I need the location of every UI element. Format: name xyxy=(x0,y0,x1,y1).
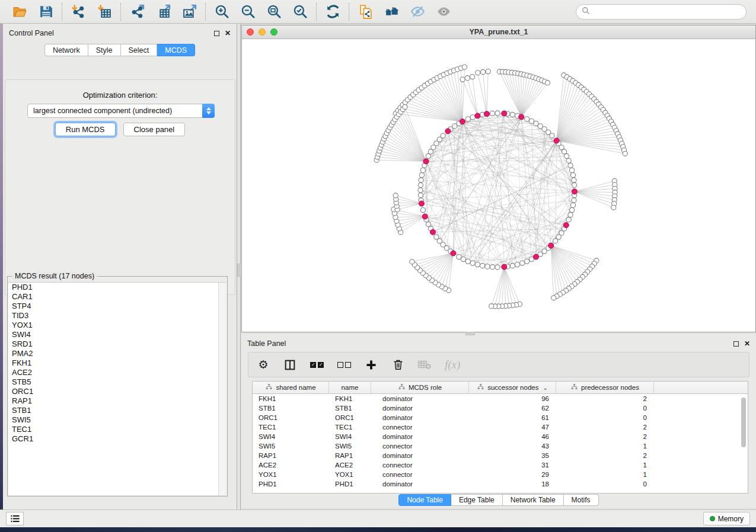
table-row[interactable]: YOX1YOX1connector291 xyxy=(253,470,748,479)
column-header-successor-nodes[interactable]: successor nodes⌄ xyxy=(469,382,556,393)
table-row[interactable]: ORC1ORC1dominator610 xyxy=(253,413,748,422)
zoom-out-icon[interactable] xyxy=(240,4,256,20)
maximize-window-icon[interactable] xyxy=(270,28,277,36)
column-header-predecessor-nodes[interactable]: predecessor nodes xyxy=(556,382,654,393)
splitter-grip[interactable] xyxy=(237,264,241,277)
mcds-result-item[interactable]: SRD1 xyxy=(8,339,227,349)
zoom-selected-icon[interactable] xyxy=(292,4,308,20)
memory-button[interactable]: Memory xyxy=(703,512,750,525)
mcds-result-item[interactable]: SWI5 xyxy=(8,415,227,425)
network-graph[interactable] xyxy=(242,39,755,332)
show-log-button[interactable] xyxy=(6,512,24,525)
delete-table-icon xyxy=(418,358,431,372)
mcds-result-item[interactable]: TEC1 xyxy=(8,425,227,434)
close-window-icon[interactable] xyxy=(247,28,254,36)
show-columns-icon[interactable] xyxy=(283,358,296,372)
tab-mcds[interactable]: MCDS xyxy=(157,44,195,56)
hide-selected-icon[interactable] xyxy=(409,4,426,20)
column-header-name[interactable]: name xyxy=(329,382,371,393)
mcds-result-item[interactable]: ORC1 xyxy=(8,387,227,396)
search-box[interactable] xyxy=(576,4,747,20)
mcds-result-item[interactable]: ACE2 xyxy=(8,368,227,377)
export-table-icon[interactable] xyxy=(155,4,171,20)
cell-mcds_role: dominator xyxy=(371,413,469,422)
cell-shared_name: RAP1 xyxy=(253,451,329,460)
cell-mcds_role: connector xyxy=(371,470,469,479)
create-column-icon[interactable] xyxy=(365,358,378,372)
table-row[interactable]: SWI4SWI4dominator462 xyxy=(253,432,748,441)
mcds-result-item[interactable]: FKH1 xyxy=(8,358,227,368)
export-network-icon[interactable] xyxy=(129,4,145,20)
mcds-result-item[interactable]: PHD1 xyxy=(8,283,227,292)
table-row[interactable]: RAP1RAP1dominator352 xyxy=(253,451,748,460)
sort-desc-icon: ⌄ xyxy=(543,384,547,391)
mcds-result-list[interactable]: PHD1CAR1STP4TID3YOX1SWI4SRD1PMA2FKH1ACE2… xyxy=(8,282,227,495)
float-table-panel-icon[interactable] xyxy=(733,341,739,347)
network-canvas[interactable] xyxy=(242,39,755,332)
deselect-all-icon[interactable] xyxy=(337,358,351,372)
tab-style[interactable]: Style xyxy=(88,44,121,56)
table-scrollbar[interactable] xyxy=(740,396,747,491)
table-row[interactable]: STB1STB1dominator620 xyxy=(253,403,748,413)
search-input[interactable] xyxy=(594,8,741,16)
mcds-result-item[interactable]: SWI4 xyxy=(8,330,227,339)
table-mode-icon[interactable]: ⚙ xyxy=(257,358,270,372)
import-network-icon[interactable] xyxy=(70,4,87,20)
mcds-result-item[interactable]: PMA2 xyxy=(8,349,227,358)
network-column-icon xyxy=(265,383,273,392)
run-mcds-button[interactable]: Run MCDS xyxy=(55,123,116,136)
table-scrollbar-thumb[interactable] xyxy=(741,398,746,447)
workspace: YPA_prune.txt_1 Table Panel ✕ ⚙f(x) shar… xyxy=(241,24,756,509)
delete-column-icon[interactable] xyxy=(391,358,404,372)
table-tabs: Node TableEdge TableNetwork TableMotifs xyxy=(241,494,756,506)
column-header-shared-name[interactable]: shared name xyxy=(253,382,329,393)
table-panel-resize-grip[interactable] xyxy=(465,332,475,335)
mcds-result-item[interactable]: GCR1 xyxy=(8,434,227,444)
tab-edge-table[interactable]: Edge Table xyxy=(451,494,503,506)
first-neighbors-icon[interactable] xyxy=(383,4,400,20)
mcds-result-item[interactable]: STB1 xyxy=(8,406,227,415)
table-row[interactable]: SWI5SWI5connector431 xyxy=(253,441,748,451)
mcds-result-item[interactable]: TID3 xyxy=(8,311,227,321)
mcds-result-item[interactable]: STP4 xyxy=(8,302,227,311)
dropdown-stepper-icon xyxy=(202,104,215,118)
criterion-dropdown[interactable]: largest connected component (undirected) xyxy=(27,104,215,118)
zoom-fit-icon[interactable] xyxy=(266,4,282,20)
cell-predecessor_nodes: 2 xyxy=(556,432,654,441)
select-all-icon[interactable] xyxy=(310,358,324,372)
tab-network-table[interactable]: Network Table xyxy=(503,494,564,506)
zoom-in-icon[interactable] xyxy=(213,4,230,20)
save-session-icon[interactable] xyxy=(37,4,54,20)
mcds-result-item[interactable]: RAP1 xyxy=(8,396,227,406)
tab-network[interactable]: Network xyxy=(44,44,88,56)
table-row[interactable]: PHD1PHD1dominator180 xyxy=(253,479,748,489)
cell-successor_nodes: 35 xyxy=(469,451,556,460)
mcds-list-scrollbar[interactable] xyxy=(218,283,227,495)
cell-name: ACE2 xyxy=(329,460,371,470)
mcds-result-item[interactable]: STB5 xyxy=(8,377,227,387)
close-panel-icon[interactable]: ✕ xyxy=(225,30,231,36)
table-row[interactable]: FKH1FKH1dominator962 xyxy=(253,394,748,403)
minimize-window-icon[interactable] xyxy=(259,28,266,36)
tab-node-table[interactable]: Node Table xyxy=(398,494,451,506)
column-header-MCDS-role[interactable]: MCDS role xyxy=(371,382,469,393)
mcds-result-item[interactable]: YOX1 xyxy=(8,321,227,330)
show-all-icon[interactable] xyxy=(435,4,452,20)
tab-motifs[interactable]: Motifs xyxy=(564,494,599,506)
close-panel-button[interactable]: Close panel xyxy=(123,123,186,136)
table-row[interactable]: ACE2ACE2connector311 xyxy=(253,460,748,470)
network-window-titlebar[interactable]: YPA_prune.txt_1 xyxy=(242,25,755,39)
mcds-result-item[interactable]: CAR1 xyxy=(8,292,227,302)
cell-mcds_role: dominator xyxy=(371,432,469,441)
refresh-view-icon[interactable] xyxy=(324,4,341,20)
close-table-panel-icon[interactable]: ✕ xyxy=(744,341,750,347)
float-panel-icon[interactable] xyxy=(214,31,219,36)
vertical-splitter[interactable] xyxy=(237,24,241,509)
import-table-icon[interactable] xyxy=(96,4,113,20)
open-session-icon[interactable] xyxy=(11,4,28,20)
duplicate-network-icon[interactable] xyxy=(357,4,374,20)
export-image-icon[interactable] xyxy=(181,4,197,20)
table-row[interactable]: TEC1TEC1connector472 xyxy=(253,422,748,432)
cell-shared_name: STB1 xyxy=(253,403,329,413)
tab-select[interactable]: Select xyxy=(121,44,158,56)
